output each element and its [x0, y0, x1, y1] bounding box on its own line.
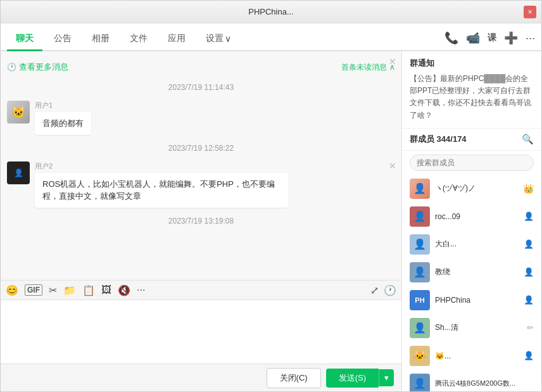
member-name: Sh...清 [435, 322, 522, 333]
avatar: 🐱 [7, 101, 30, 123]
close-window-button[interactable]: × [524, 6, 536, 18]
emoji-icon[interactable]: 😊 [6, 284, 18, 296]
member-name: 教绕 [435, 267, 519, 277]
add-icon[interactable]: ➕ [504, 31, 518, 45]
lesson-icon[interactable]: 课 [488, 32, 496, 44]
more-tools-icon[interactable]: ··· [137, 284, 145, 296]
mute-icon[interactable]: 🔇 [118, 284, 130, 296]
group-members-title: 群成员 344/174 [410, 134, 467, 145]
member-name: PHPChina [435, 296, 519, 305]
tab-settings[interactable]: 设置 ∨ [197, 28, 240, 51]
member-avatar: 👤 [410, 318, 430, 338]
member-avatar: 🐱 [410, 346, 430, 366]
member-avatar: 👤 [410, 262, 430, 282]
messages-list: 查看更多消息 首条未读消息 ∧ 2023/7/19 11:14:43 🐱 用户1 [1, 51, 401, 280]
nav-right-icons: 📞 📹 课 ➕ ··· [444, 31, 535, 50]
member-item[interactable]: 👤 roc...09 👤 [402, 203, 541, 231]
messages-close-icon[interactable]: ✕ [389, 56, 396, 66]
message-row: 🐱 用户1 音频的都有 [7, 101, 395, 135]
main-content: 查看更多消息 首条未读消息 ∧ 2023/7/19 11:14:43 🐱 用户1 [1, 51, 541, 391]
first-unread-label[interactable]: 首条未读消息 [341, 62, 387, 73]
member-item[interactable]: PH PHPChina 👤 [402, 286, 541, 314]
voice-call-icon[interactable]: 📞 [444, 31, 458, 45]
bottom-bar: 关闭(C) 发送(S) ▾ [1, 364, 401, 391]
message-content: 用户2 ROS机器人，比如小宝机器人，就能编舞。不要PHP，也不要编程，直接中文… [35, 161, 288, 208]
sender-name: 用户1 [35, 101, 91, 110]
scissor-icon[interactable]: ✂ [49, 284, 57, 296]
group-members: 群成员 344/174 🔍 👤 ヽ(ヅ∀ヅ)ノ 👑 👤 [402, 129, 541, 391]
member-avatar: 👤 [410, 234, 430, 255]
messages-close2-icon[interactable]: ✕ [389, 161, 396, 171]
member-avatar: PH [410, 290, 430, 310]
send-button-group: 发送(S) ▾ [326, 369, 394, 388]
group-members-header: 群成员 344/174 🔍 [402, 129, 541, 151]
member-item[interactable]: 👤 大白... 👤 [402, 231, 541, 258]
expand-icon[interactable]: ⤢ [370, 284, 379, 296]
send-options-button[interactable]: ▾ [379, 369, 394, 386]
load-more-link[interactable]: 查看更多消息 [7, 61, 68, 73]
member-list: 👤 ヽ(ヅ∀ヅ)ノ 👑 👤 roc...09 👤 👤 大白... [402, 175, 541, 391]
video-call-icon[interactable]: 📹 [466, 31, 480, 45]
load-more-bar: 查看更多消息 首条未读消息 ∧ [7, 58, 395, 79]
member-role-none: 👤 [524, 295, 534, 305]
image-icon[interactable]: 🖼 [101, 284, 111, 296]
group-notice-title: 群通知 [410, 58, 534, 69]
more-icon[interactable]: ··· [526, 32, 535, 45]
send-button[interactable]: 发送(S) [326, 369, 379, 388]
message-content: 用户1 音频的都有 [35, 101, 91, 135]
avatar: 👤 [7, 161, 30, 184]
messages-wrapper: 查看更多消息 首条未读消息 ∧ 2023/7/19 11:14:43 🐱 用户1 [1, 51, 401, 280]
member-role-none: 👤 [524, 212, 534, 221]
member-item[interactable]: 👤 ヽ(ヅ∀ヅ)ノ 👑 [402, 175, 541, 203]
edit-icon: ✏ [527, 323, 534, 332]
tab-chat[interactable]: 聊天 [7, 28, 42, 51]
clipboard-icon[interactable]: 📋 [82, 284, 95, 296]
right-panel: 群通知 【公告】最新的PHPC████会的全部PPT已经整理好，大家可自行去群文… [402, 51, 541, 391]
tab-files[interactable]: 文件 [121, 28, 156, 51]
folder-icon[interactable]: 📁 [63, 284, 76, 296]
chat-area: 查看更多消息 首条未读消息 ∧ 2023/7/19 11:14:43 🐱 用户1 [1, 51, 402, 391]
toolbar-right: ⤢ 🕐 [370, 284, 396, 296]
member-name: 大白... [435, 239, 519, 250]
member-item[interactable]: 🐱 🐱... 👤 [402, 342, 541, 370]
member-name: 腾讯云4核8G5M200G数... [435, 379, 534, 388]
close-button[interactable]: 关闭(C) [267, 368, 321, 388]
member-name: ヽ(ヅ∀ヅ)ノ [435, 183, 518, 194]
input-toolbar: 😊 GIF ✂ 📁 📋 🖼 🔇 ··· ⤢ 🕐 [1, 280, 401, 300]
member-role-none: 👤 [524, 351, 534, 360]
main-window: PHPChina... × 聊天 公告 相册 文件 应用 设置 ∨ 📞 📹 课 … [0, 0, 542, 392]
gif-icon[interactable]: GIF [25, 284, 42, 296]
tab-apps[interactable]: 应用 [159, 28, 194, 51]
member-avatar: 👤 [410, 374, 430, 391]
member-name: 🐱... [435, 351, 519, 360]
member-item[interactable]: 👤 教绕 👤 [402, 258, 541, 286]
history-icon[interactable]: 🕐 [384, 284, 396, 296]
member-avatar: 👤 [410, 179, 430, 199]
tab-notice[interactable]: 公告 [45, 28, 80, 51]
message-bubble: ROS机器人，比如小宝机器人，就能编舞。不要PHP，也不要编程，直接中文，就像写… [35, 173, 288, 208]
timestamp-3: 2023/7/19 13:19:08 [7, 213, 395, 229]
sender-name: 用户2 [35, 161, 288, 171]
member-avatar: 👤 [410, 206, 430, 227]
message-input[interactable] [7, 304, 395, 355]
timestamp-2: 2023/7/19 12:58:22 [7, 140, 395, 156]
group-notice: 群通知 【公告】最新的PHPC████会的全部PPT已经整理好，大家可自行去群文… [402, 51, 541, 129]
nav-tabs: 聊天 公告 相册 文件 应用 设置 ∨ 📞 📹 课 ➕ ··· [1, 23, 541, 51]
tab-album[interactable]: 相册 [83, 28, 118, 51]
member-item[interactable]: 👤 腾讯云4核8G5M200G数... [402, 370, 541, 391]
message-row: 👤 用户2 ROS机器人，比如小宝机器人，就能编舞。不要PHP，也不要编程，直接… [7, 161, 395, 208]
titlebar: PHPChina... × [1, 1, 541, 23]
chevron-down-icon: ∨ [225, 34, 231, 44]
member-role-none: 👤 [524, 267, 534, 277]
message-bubble: 音频的都有 [35, 112, 91, 135]
admin-icon: 👑 [523, 184, 534, 194]
member-search-icon[interactable]: 🔍 [522, 134, 534, 145]
member-role-none: 👤 [524, 239, 534, 249]
timestamp-1: 2023/7/19 11:14:43 [7, 79, 395, 96]
window-title: PHPChina... [248, 7, 294, 16]
member-search-area [402, 151, 541, 175]
member-item[interactable]: 👤 Sh...清 ✏ [402, 314, 541, 342]
input-area [1, 300, 401, 364]
group-notice-content: 【公告】最新的PHPC████会的全部PPT已经整理好，大家可自行去群文件下载，… [410, 73, 534, 122]
member-search-input[interactable] [410, 155, 534, 171]
